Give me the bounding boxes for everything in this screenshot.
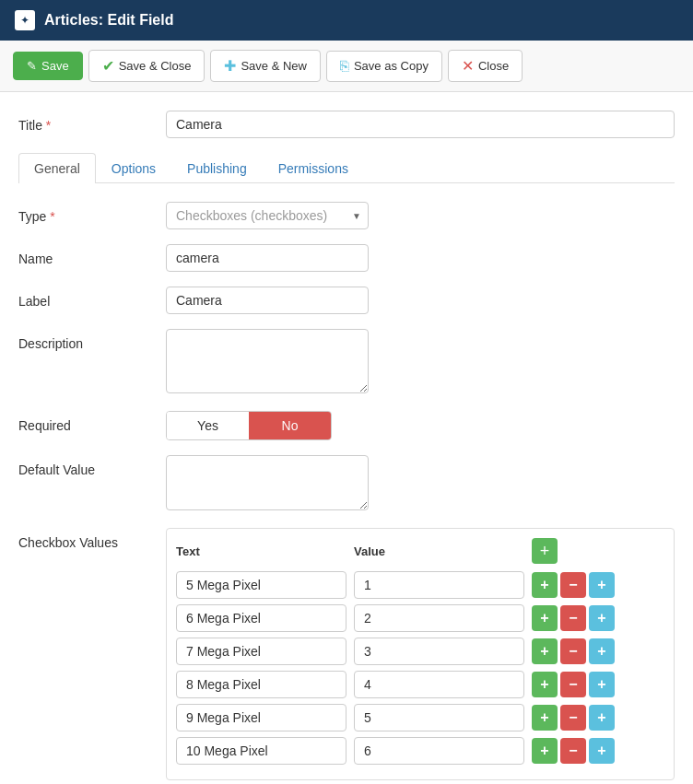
cv-row-remove-button[interactable]: − <box>560 672 586 697</box>
table-row: + − + <box>176 737 664 765</box>
cv-text-cell <box>176 737 346 765</box>
label-label: Label <box>18 287 166 309</box>
save-copy-button[interactable]: ⎘ Save as Copy <box>326 51 442 82</box>
close-button[interactable]: ✕ Close <box>448 50 523 82</box>
cv-value-cell <box>354 604 524 632</box>
cv-col-value-header: Value <box>354 544 524 558</box>
cv-row-move-button[interactable]: + <box>589 738 615 764</box>
tab-permissions[interactable]: Permissions <box>263 153 364 183</box>
cv-value-input[interactable] <box>354 604 524 632</box>
copy-icon: ⎘ <box>340 58 349 75</box>
cv-value-cell <box>354 704 524 731</box>
description-label: Description <box>18 329 166 351</box>
title-label: Title * <box>18 111 166 133</box>
cv-text-input[interactable] <box>176 704 346 731</box>
checkbox-values-control: Text Value + + − + <box>166 528 675 780</box>
cv-row-add-button[interactable]: + <box>532 638 558 664</box>
description-control <box>166 329 675 396</box>
required-label: Required <box>18 411 166 433</box>
type-select[interactable]: Checkboxes (checkboxes) <box>166 202 369 229</box>
label-input[interactable] <box>166 287 369 314</box>
required-toggle-group: Yes No <box>166 411 332 440</box>
tab-general[interactable]: General <box>18 153 96 183</box>
cv-row-add-button[interactable]: + <box>532 705 558 731</box>
checkbox-values-field-row: Checkbox Values Text Value + + − + <box>18 528 675 780</box>
description-field-row: Description <box>18 329 675 396</box>
cv-row-actions: + − + <box>532 638 615 664</box>
cv-text-cell <box>176 671 346 698</box>
cv-row-move-button[interactable]: + <box>589 672 615 697</box>
cv-text-cell <box>176 571 346 599</box>
title-required-marker: * <box>46 118 51 133</box>
cv-row-actions: + − + <box>532 605 615 631</box>
app-header: Articles: Edit Field <box>0 0 693 41</box>
cv-header-row: Text Value + <box>176 538 664 564</box>
title-field-row: Title * <box>18 111 675 138</box>
check-icon: ✔ <box>102 57 114 75</box>
cv-row-add-button[interactable]: + <box>532 672 558 697</box>
cv-text-input[interactable] <box>176 604 346 632</box>
cv-text-input[interactable] <box>176 638 346 665</box>
required-control: Yes No <box>166 411 675 440</box>
cv-value-cell <box>354 571 524 599</box>
title-control <box>166 111 675 138</box>
tab-options[interactable]: Options <box>96 153 171 183</box>
cv-row-move-button[interactable]: + <box>589 638 615 664</box>
page-title: Articles: Edit Field <box>44 12 173 29</box>
cv-row-actions: + − + <box>532 705 615 731</box>
name-input[interactable] <box>166 244 369 272</box>
cv-row-add-button[interactable]: + <box>532 738 558 764</box>
title-input[interactable] <box>166 111 675 138</box>
cv-value-input[interactable] <box>354 571 524 599</box>
cv-rows-container: + − + + − + + <box>176 571 664 765</box>
name-field-row: Name <box>18 244 675 272</box>
tab-bar: General Options Publishing Permissions <box>18 153 675 183</box>
name-control <box>166 244 675 272</box>
cv-value-cell <box>354 671 524 698</box>
cv-row-move-button[interactable]: + <box>589 605 615 631</box>
cv-text-cell <box>176 604 346 632</box>
required-no-button[interactable]: No <box>249 412 331 439</box>
cv-row-remove-button[interactable]: − <box>560 638 586 664</box>
save-close-button[interactable]: ✔ Save & Close <box>88 50 206 82</box>
type-control: Checkboxes (checkboxes) <box>166 202 675 229</box>
save-button[interactable]: ✎ Save <box>13 52 83 80</box>
type-required-marker: * <box>50 209 54 224</box>
required-field-row: Required Yes No <box>18 411 675 440</box>
label-control <box>166 287 675 314</box>
label-field-row: Label <box>18 287 675 314</box>
name-label: Name <box>18 244 166 266</box>
main-content: Title * General Options Publishing Permi… <box>0 92 693 784</box>
cv-row-move-button[interactable]: + <box>589 705 615 731</box>
cv-row-remove-button[interactable]: − <box>560 572 586 598</box>
default-value-textarea[interactable] <box>166 455 369 510</box>
table-row: + − + <box>176 671 664 698</box>
plus-icon: ✚ <box>224 57 236 75</box>
save-icon: ✎ <box>27 59 37 73</box>
required-yes-button[interactable]: Yes <box>167 412 249 439</box>
type-label: Type * <box>18 202 166 224</box>
cv-value-input[interactable] <box>354 704 524 731</box>
description-textarea[interactable] <box>166 329 369 393</box>
cv-value-input[interactable] <box>354 671 524 698</box>
cv-row-add-button[interactable]: + <box>532 605 558 631</box>
save-new-button[interactable]: ✚ Save & New <box>210 50 321 82</box>
cv-row-remove-button[interactable]: − <box>560 705 586 731</box>
cv-value-input[interactable] <box>354 737 524 765</box>
cv-row-add-button[interactable]: + <box>532 572 558 598</box>
tab-publishing[interactable]: Publishing <box>171 153 263 183</box>
cv-text-input[interactable] <box>176 737 346 765</box>
cv-text-input[interactable] <box>176 671 346 698</box>
default-value-label: Default Value <box>18 455 166 477</box>
cv-container: Text Value + + − + <box>166 528 675 780</box>
cv-row-actions: + − + <box>532 572 615 598</box>
cv-row-move-button[interactable]: + <box>589 572 615 598</box>
cv-row-remove-button[interactable]: − <box>560 738 586 764</box>
cv-row-remove-button[interactable]: − <box>560 605 586 631</box>
toolbar: ✎ Save ✔ Save & Close ✚ Save & New ⎘ Sav… <box>0 41 693 92</box>
cv-text-input[interactable] <box>176 571 346 599</box>
type-select-wrap: Checkboxes (checkboxes) <box>166 202 369 229</box>
add-row-button[interactable]: + <box>532 538 558 564</box>
cv-value-input[interactable] <box>354 638 524 665</box>
cv-value-cell <box>354 737 524 765</box>
